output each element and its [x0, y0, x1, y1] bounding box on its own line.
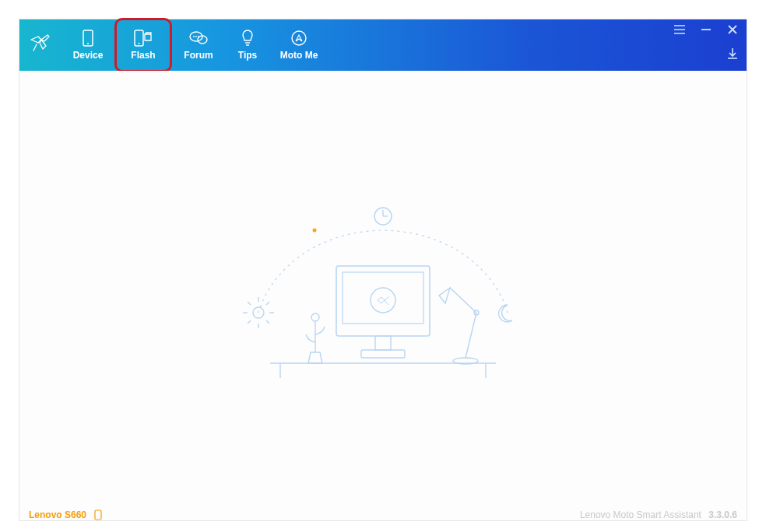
phone-sd-icon [134, 30, 153, 47]
status-bar: Lenovo S660 Lenovo Moto Smart Assistant … [19, 508, 747, 520]
svg-line-32 [266, 320, 269, 324]
nav-tips[interactable]: Tips [225, 19, 270, 71]
nav-tips-label: Tips [238, 50, 257, 61]
nav-motome-label: Moto Me [280, 50, 318, 61]
svg-rect-39 [343, 272, 423, 324]
hummingbird-icon [29, 32, 52, 58]
menu-button[interactable] [673, 24, 686, 37]
minimize-button[interactable] [700, 24, 712, 37]
nav-motome[interactable]: Moto Me [270, 19, 328, 71]
svg-line-45 [450, 288, 476, 313]
svg-line-44 [466, 313, 476, 358]
main-content [19, 71, 747, 508]
download-button[interactable] [726, 49, 739, 61]
svg-point-8 [198, 36, 199, 37]
nav-flash-label: Flash [131, 50, 155, 61]
nav-forum-label: Forum [184, 50, 213, 61]
chat-icon [189, 30, 208, 47]
nav-flash[interactable]: Flash [114, 19, 172, 71]
svg-point-11 [292, 31, 306, 45]
nav-forum[interactable]: Forum [172, 19, 225, 71]
svg-line-30 [266, 302, 269, 305]
window-controls [673, 19, 747, 71]
device-status-icon [94, 509, 102, 520]
svg-line-31 [248, 320, 251, 324]
device-model-label: Lenovo S660 [29, 509, 86, 520]
idle-illustration [227, 188, 539, 390]
svg-point-7 [195, 36, 197, 37]
app-header: Device Flash [19, 19, 747, 71]
menu-icon [674, 23, 685, 37]
app-logo[interactable] [19, 19, 61, 71]
svg-point-6 [193, 36, 195, 37]
svg-point-3 [139, 43, 140, 44]
phone-icon [83, 30, 93, 47]
close-icon [728, 23, 737, 37]
nav-device-label: Device [73, 50, 104, 61]
svg-rect-47 [95, 510, 101, 520]
svg-point-37 [311, 313, 319, 321]
app-version-label: 3.3.0.6 [708, 509, 737, 520]
main-nav: Device Flash [61, 19, 328, 71]
close-button[interactable] [726, 24, 739, 37]
minimize-icon [701, 23, 711, 37]
nav-device[interactable]: Device [61, 19, 114, 71]
compass-icon [290, 30, 307, 47]
svg-point-42 [371, 288, 395, 313]
app-name-label: Lenovo Moto Smart Assistant [580, 509, 701, 520]
svg-point-1 [87, 43, 89, 44]
svg-point-20 [313, 229, 317, 233]
app-window: Device Flash [19, 19, 747, 521]
download-icon [727, 48, 738, 62]
svg-rect-41 [361, 350, 405, 358]
bulb-icon [241, 30, 254, 47]
svg-rect-38 [336, 266, 430, 336]
svg-line-29 [248, 302, 251, 305]
svg-rect-40 [375, 336, 391, 350]
